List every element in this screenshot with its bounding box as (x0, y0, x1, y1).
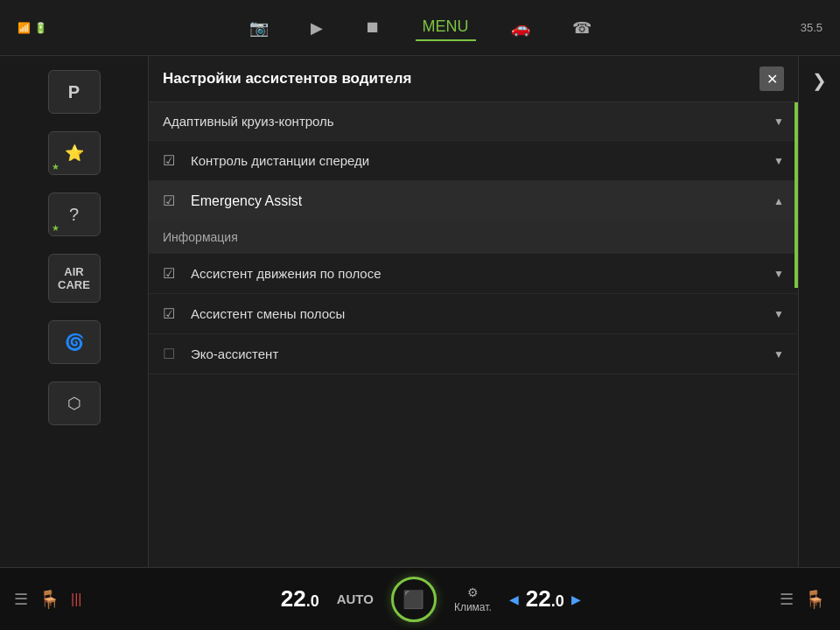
star-badge: ★ (52, 162, 60, 172)
nav-media[interactable]: ⏹ (358, 15, 388, 40)
right-bars-icon[interactable]: ☰ (780, 590, 794, 609)
eco-assist-label: Эко-ассистент (191, 346, 763, 361)
info-star-badge: ★ (52, 223, 60, 233)
menu-panel: Настройки ассистентов водителя ✕ Адаптив… (149, 56, 798, 567)
eco-assist-check: ☐ (163, 346, 180, 362)
lane-assist-label: Ассистент движения по полосе (191, 266, 763, 281)
sidebar-parking-group: P (48, 70, 101, 114)
bottom-center-controls: 22.0 AUTO ⬛ ⚙ Климат. ◀ 22.0 ▶ (281, 577, 581, 622)
sidebar-rear-group: ⬡ (48, 382, 101, 425)
left-temp-arrow[interactable]: ◀ (509, 592, 519, 606)
left-bars-icon[interactable]: ☰ (14, 590, 28, 609)
sidebar-info-group: ? ★ (48, 192, 101, 236)
menu-item-emergency-assist[interactable]: ☑ Emergency Assist ▲ (149, 181, 798, 221)
sidebar-info-btn[interactable]: ? ★ (48, 192, 101, 236)
left-fan-icon: ||| (71, 592, 81, 607)
sidebar-driver-assist-group: ⭐ ★ (48, 131, 101, 175)
top-bar: 📶 🔋 📷 ▶ ⏹ MENU 🚗 ☎ 35.5 (0, 0, 840, 56)
nav-phone[interactable]: ☎ (565, 15, 598, 41)
adaptive-cruise-arrow: ▼ (774, 116, 784, 128)
driver-assist-icon: ⭐ (65, 144, 84, 163)
emergency-assist-label: Emergency Assist (191, 193, 763, 209)
right-temp-arrow[interactable]: ▶ (571, 592, 581, 606)
sidebar-air-care-group: AIR CARE (48, 254, 101, 303)
lane-assist-arrow: ▼ (774, 268, 784, 280)
distance-control-label: Контроль дистанции спереди (191, 153, 763, 168)
sidebar-fan-group: 🌀 (48, 320, 101, 364)
menu-item-lane-assist[interactable]: ☑ Ассистент движения по полосе ▼ (149, 254, 798, 294)
top-bar-signal: 35.5 (801, 21, 822, 34)
signal-icon: 📶 (18, 22, 31, 34)
left-temp-decimal: .0 (306, 592, 319, 610)
right-temp-value: 22 (526, 585, 551, 612)
left-temp-display: 22.0 (281, 585, 319, 612)
bottom-right-controls: ☰ 🪑 (780, 589, 826, 610)
sidebar-fan-btn[interactable]: 🌀 (48, 320, 101, 364)
klimat-label: Климат. (454, 601, 492, 613)
sidebar-driver-assist-btn[interactable]: ⭐ ★ (48, 131, 101, 175)
right-arrow-icon[interactable]: ❯ (812, 70, 827, 91)
sidebar-rear-btn[interactable]: ⬡ (48, 382, 101, 425)
right-temp-decimal: .0 (551, 592, 564, 610)
right-seat-icon[interactable]: 🪑 (804, 589, 826, 610)
left-temp-value: 22 (281, 585, 306, 612)
right-temp-display: 22.0 (526, 585, 564, 612)
bottom-left-controls: ☰ 🪑 ||| (14, 589, 81, 610)
right-temp-control: ◀ 22.0 ▶ (509, 585, 581, 612)
gear-icon: ⚙ (467, 585, 479, 599)
menu-list: Адаптивный круиз-контроль ▼ ☑ Контроль д… (149, 102, 798, 567)
fan-icon: 🌀 (65, 332, 84, 352)
menu-header: Настройки ассистентов водителя ✕ (149, 56, 798, 102)
emergency-assist-check: ☑ (163, 192, 180, 209)
parking-icon: P (68, 82, 80, 102)
info-section-label: Информация (163, 230, 238, 244)
left-seat-icon[interactable]: 🪑 (38, 589, 60, 610)
rear-icon: ⬡ (67, 394, 81, 413)
klimat-button[interactable]: ⚙ Климат. (454, 585, 492, 613)
distance-control-arrow: ▼ (774, 155, 784, 167)
info-icon: ? (69, 205, 79, 225)
nav-menu[interactable]: MENU (416, 14, 476, 41)
auto-label: AUTO (337, 592, 374, 606)
screen-icon: ⬛ (402, 589, 424, 610)
care-label: CARE (58, 278, 90, 291)
left-sidebar: P ⭐ ★ ? ★ AIR CARE 🌀 (0, 56, 149, 567)
nav-car[interactable]: 🚗 (504, 15, 537, 41)
lane-change-label: Ассистент смены полосы (191, 306, 763, 321)
distance-control-check: ☑ (163, 152, 180, 169)
air-care-icon: AIR (64, 265, 83, 278)
top-bar-status: 📶 🔋 (18, 22, 47, 34)
screen-toggle-button[interactable]: ⬛ (391, 577, 437, 622)
sidebar-parking-btn[interactable]: P (48, 70, 101, 114)
lane-assist-check: ☑ (163, 265, 180, 282)
menu-item-adaptive-cruise[interactable]: Адаптивный круиз-контроль ▼ (149, 102, 798, 141)
lane-change-check: ☑ (163, 305, 180, 322)
menu-item-lane-change[interactable]: ☑ Ассистент смены полосы ▼ (149, 294, 798, 334)
lane-change-arrow: ▼ (774, 308, 784, 320)
menu-title: Настройки ассистентов водителя (163, 70, 412, 88)
eco-assist-arrow: ▼ (774, 348, 784, 360)
sidebar-air-care-btn[interactable]: AIR CARE (48, 254, 101, 303)
nav-play[interactable]: ▶ (304, 15, 330, 41)
close-button[interactable]: ✕ (760, 66, 784, 91)
nav-camera[interactable]: 📷 (242, 15, 276, 41)
bottom-bar: ☰ 🪑 ||| 22.0 AUTO ⬛ ⚙ Климат. ◀ 22.0 ▶ ☰… (0, 567, 840, 630)
menu-item-eco-assist[interactable]: ☐ Эко-ассистент ▼ (149, 334, 798, 374)
emergency-assist-arrow: ▲ (774, 195, 784, 207)
main-area: P ⭐ ★ ? ★ AIR CARE 🌀 (0, 56, 840, 567)
right-panel: ❯ (798, 56, 840, 567)
battery-icon: 🔋 (34, 22, 47, 34)
adaptive-cruise-label: Адаптивный круиз-контроль (163, 114, 763, 129)
menu-section-info: Информация (149, 221, 798, 254)
menu-item-distance-control[interactable]: ☑ Контроль дистанции спереди ▼ (149, 141, 798, 181)
